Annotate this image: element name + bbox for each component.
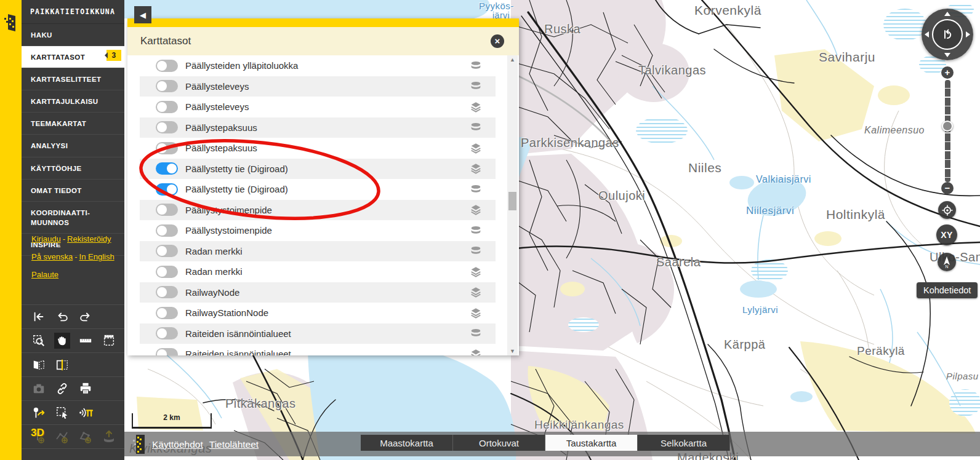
split-tools xyxy=(22,353,124,377)
layer-toggle[interactable] xyxy=(156,286,178,298)
import-dataset-icon xyxy=(101,429,117,445)
sidebar-item-karttaselitteet[interactable]: KARTTASELITTEET xyxy=(22,68,124,90)
sidebar-item-haku[interactable]: HAKU xyxy=(22,24,124,46)
zoom-in-button[interactable]: + xyxy=(941,66,954,79)
link-kirjaudu[interactable]: Kirjaudu xyxy=(31,234,61,244)
sidebar-item-k-ytt-ohje[interactable]: KÄYTTÖOHJE xyxy=(22,157,124,180)
scroll-up-icon[interactable]: ▲ xyxy=(507,55,518,64)
database-layer-icon[interactable] xyxy=(468,244,483,258)
layer-toggle[interactable] xyxy=(156,60,178,72)
redo-icon[interactable] xyxy=(78,309,94,325)
database-layer-icon[interactable] xyxy=(468,327,483,340)
stacked-layers-icon[interactable] xyxy=(468,100,483,114)
layer-name: Päällysteleveys xyxy=(185,81,249,92)
link-rekister-idy[interactable]: Rekisteröidy xyxy=(67,234,111,244)
pan-right-icon[interactable] xyxy=(966,31,970,38)
sidebar-item-analyysi[interactable]: ANALYYSI xyxy=(22,135,124,157)
sidebar-item-karttajulkaisu[interactable]: KARTTAJULKAISU xyxy=(22,90,124,113)
sidebar-item-koordinaatti-muunnos[interactable]: KOORDINAATTI-MUUNNOS xyxy=(22,202,124,234)
stacked-layers-icon[interactable] xyxy=(468,203,483,216)
stacked-layers-icon[interactable] xyxy=(468,162,483,175)
layer-toggle[interactable] xyxy=(156,162,178,175)
link-separator: - xyxy=(63,234,65,244)
layer-toggle[interactable] xyxy=(156,245,178,257)
measure-line-icon[interactable] xyxy=(78,333,94,349)
nls-pixel-logo xyxy=(133,435,146,454)
layer-toggle[interactable] xyxy=(156,327,178,339)
scrollbar-thumb[interactable] xyxy=(508,192,516,210)
collapse-panel-button[interactable]: ◀ xyxy=(134,6,151,23)
layer-toggle[interactable] xyxy=(156,121,178,133)
link-in-english[interactable]: In English xyxy=(79,252,114,261)
target-icon xyxy=(942,205,953,216)
layer-toggle[interactable] xyxy=(156,224,178,237)
select-features-icon[interactable] xyxy=(54,405,70,421)
layer-name: Päällysteiden ylläpitoluokka xyxy=(185,60,298,71)
sidebar-item-teemakartat[interactable]: TEEMAKARTAT xyxy=(22,113,124,135)
panel-scrollbar[interactable]: ▲ ▼ xyxy=(507,55,518,355)
undo-icon[interactable] xyxy=(54,309,70,325)
database-layer-icon[interactable] xyxy=(468,79,483,93)
layer-toggle[interactable] xyxy=(156,183,178,196)
layer-row: Päällystepaksuus xyxy=(140,138,496,159)
my-location-button[interactable] xyxy=(938,201,956,219)
stacked-layers-icon[interactable] xyxy=(468,285,483,299)
layer-row: Päällysteiden ylläpitoluokka xyxy=(140,55,496,76)
link-p-svenska[interactable]: På svenska xyxy=(31,252,73,261)
measure-area-icon[interactable] xyxy=(101,333,117,349)
database-layer-icon[interactable] xyxy=(468,183,483,196)
database-layer-icon[interactable] xyxy=(468,121,483,134)
previous-view-icon xyxy=(940,27,955,42)
coordinates-xy-button[interactable]: XY xyxy=(936,224,957,245)
view-3d-button[interactable]: 3D xyxy=(31,427,44,439)
basemap-button-ortokuvat[interactable]: Ortokuvat xyxy=(453,435,545,451)
layer-toggle[interactable] xyxy=(156,307,178,319)
stacked-layers-icon[interactable] xyxy=(468,265,483,279)
close-icon[interactable]: × xyxy=(491,34,504,48)
pan-up-icon[interactable] xyxy=(944,12,950,16)
pan-hand-icon[interactable] xyxy=(54,333,70,349)
zoom-out-button[interactable]: − xyxy=(941,182,954,194)
layer-toggle[interactable] xyxy=(156,142,178,154)
layer-toggle[interactable] xyxy=(156,101,178,113)
layer-toggle[interactable] xyxy=(156,204,178,216)
layer-list: Päällysteiden ylläpitoluokkaPäällystelev… xyxy=(140,55,496,355)
database-layer-icon[interactable] xyxy=(468,59,483,73)
pan-down-icon[interactable] xyxy=(944,53,950,57)
layer-toggle[interactable] xyxy=(156,80,178,92)
pan-left-icon[interactable] xyxy=(925,31,929,38)
north-compass-button[interactable]: N xyxy=(938,253,956,271)
stacked-layers-icon[interactable] xyxy=(468,347,483,355)
layer-name: Päällystystoimenpide xyxy=(185,205,272,215)
layer-row: Raiteiden isännöintialueet xyxy=(140,344,496,355)
zoom-slider[interactable]: + − xyxy=(941,66,954,196)
zoom-select-icon[interactable] xyxy=(31,333,47,349)
stacked-layers-icon[interactable] xyxy=(468,141,483,155)
basemap-button-taustakartta[interactable]: Taustakartta xyxy=(545,435,638,451)
layer-toggle[interactable] xyxy=(156,266,178,278)
link-palaute[interactable]: Palaute xyxy=(31,270,58,279)
share-link-icon[interactable] xyxy=(54,381,70,397)
feature-data-icon[interactable] xyxy=(78,405,94,421)
data-sources-link[interactable]: Tietolähteet xyxy=(209,439,259,450)
stacked-layers-icon[interactable] xyxy=(468,306,483,320)
map-swipe-icon[interactable] xyxy=(54,357,70,373)
north-arrow-icon: N xyxy=(940,255,954,269)
basemap-button-maastokartta[interactable]: Maastokartta xyxy=(361,435,453,451)
map-pan-control[interactable] xyxy=(922,9,973,60)
sidebar-item-omat-tiedot[interactable]: OMAT TIEDOT xyxy=(22,180,124,202)
layer-toggle[interactable] xyxy=(156,348,178,355)
basemap-button-selkokartta[interactable]: Selkokartta xyxy=(638,435,730,451)
print-icon[interactable] xyxy=(78,381,94,397)
history-start-icon[interactable] xyxy=(31,309,47,325)
terms-link[interactable]: Käyttöehdot xyxy=(152,439,203,450)
add-marker-icon[interactable] xyxy=(31,405,47,421)
zoom-handle[interactable] xyxy=(942,121,953,132)
scroll-down-icon[interactable]: ▼ xyxy=(507,347,518,355)
map-split-icon[interactable] xyxy=(31,357,47,373)
link-row: Palaute xyxy=(31,270,124,279)
database-layer-icon[interactable] xyxy=(468,224,483,237)
sidebar-item-karttatasot[interactable]: KARTTATASOT3 xyxy=(22,46,124,68)
reset-view-button[interactable] xyxy=(932,19,963,50)
map-place-label: Niiles xyxy=(688,161,721,175)
